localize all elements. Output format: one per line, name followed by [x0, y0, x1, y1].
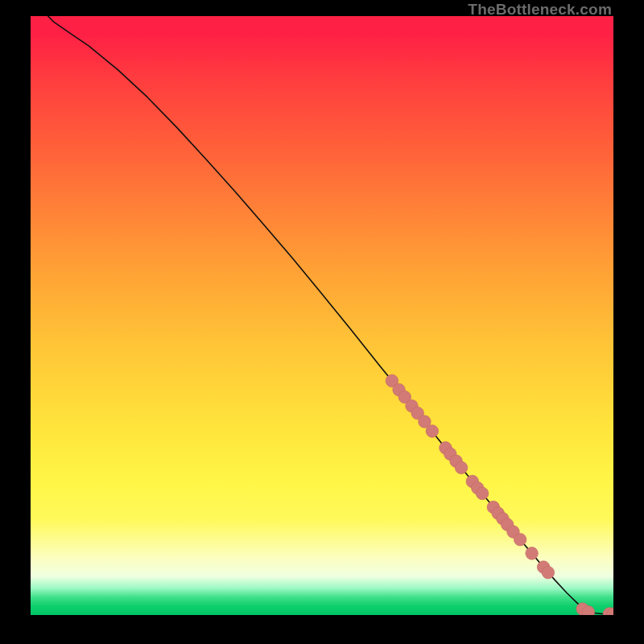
- chart-svg: [31, 16, 613, 615]
- data-dot: [455, 461, 468, 474]
- chart-stage: TheBottleneck.com: [0, 0, 644, 644]
- data-dot: [542, 566, 555, 579]
- plot-area: [31, 16, 613, 615]
- data-dot: [514, 533, 526, 546]
- data-dot: [526, 547, 539, 560]
- curve-line: [31, 16, 613, 614]
- data-dot: [426, 425, 439, 438]
- data-dots: [386, 374, 613, 615]
- data-dot: [476, 487, 489, 500]
